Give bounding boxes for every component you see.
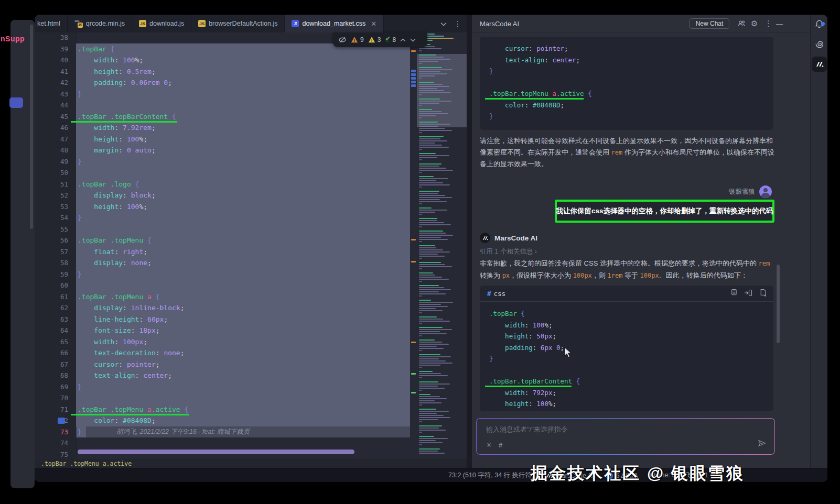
minimap-line (419, 312, 422, 313)
copy-code-icon[interactable] (729, 289, 737, 299)
next-problem-icon[interactable] (410, 38, 416, 42)
line-number: 52 (35, 190, 68, 201)
minimap-line (419, 323, 422, 324)
error-icon[interactable]: ! (351, 36, 358, 43)
tab-download.js[interactable]: JSdownload.js (132, 15, 191, 32)
code-line: } (78, 381, 82, 393)
breadcrumb[interactable]: .topBar .topMenu a.active (41, 460, 132, 467)
settings-gear-icon[interactable]: ⚙ (751, 15, 758, 32)
minimap-line (419, 419, 438, 420)
send-message-icon[interactable] (758, 439, 766, 449)
passed-check-icon[interactable]: ✔~ (385, 37, 390, 43)
line-number: 70 (35, 392, 68, 404)
minimap-line (419, 300, 431, 301)
minimap-line (419, 279, 449, 280)
minimap-line (419, 316, 437, 317)
minimap-line (419, 105, 422, 106)
code-line: } (78, 156, 82, 168)
code-editor[interactable]: 3839404142434445464748495051525354555657… (35, 32, 467, 459)
spiral-plugin-icon[interactable] (811, 39, 827, 49)
chat-scrollbar[interactable] (777, 265, 780, 343)
minimap-line (419, 365, 440, 366)
minimap-line (419, 109, 432, 110)
minimize-panel-icon[interactable]: — (776, 15, 783, 32)
minimap-line (419, 180, 436, 181)
minimap-line (419, 348, 444, 349)
code-line: font-size: 18px; (78, 325, 160, 336)
new-chat-button[interactable]: New Chat (690, 18, 729, 29)
minimap-line (419, 224, 451, 225)
minimap-line (419, 390, 422, 391)
chat-input[interactable] (485, 423, 718, 435)
background-window-scrollbar[interactable] (30, 25, 33, 229)
minimap-line (419, 432, 422, 433)
minimap-line (419, 75, 435, 76)
code-line: float: right; (78, 246, 147, 258)
minimap-line (419, 50, 422, 51)
commands-sparkle-icon[interactable]: ✳ (486, 441, 492, 449)
tab-download_market.css[interactable]: 3download_market.css✕ (285, 15, 384, 32)
minimap-line (419, 277, 442, 278)
marscode-logo-icon (480, 233, 490, 243)
caret-position-status[interactable]: 73:2 (510 字符, 34 行 换行符) (448, 471, 534, 480)
tab-more-menu-icon[interactable]: ⋮ (454, 19, 461, 28)
panel-divider[interactable] (467, 15, 472, 468)
close-tab-icon[interactable]: ✕ (371, 20, 376, 28)
minimap-line (419, 61, 438, 62)
line-number: 71 (35, 404, 68, 415)
minimap-line (419, 413, 437, 414)
line-number: 46 (35, 122, 68, 134)
minimap-line (419, 400, 435, 401)
minimap-line (419, 356, 451, 357)
editor-horizontal-scrollbar[interactable] (78, 450, 354, 454)
insert-code-icon[interactable] (744, 289, 752, 299)
tab-qrcode.min.js[interactable]: 101JSqrcode.min.js (68, 15, 132, 32)
minimap[interactable] (417, 32, 467, 459)
chat-code-line: color: #08408D; (489, 100, 564, 111)
minimap-line (419, 149, 422, 150)
stripe-mark (411, 342, 416, 343)
minimap-line (419, 409, 436, 410)
minimap-line (419, 375, 448, 376)
minimap-line (419, 404, 422, 406)
minimap-line (419, 428, 439, 429)
tab-overflow-chevron-icon[interactable] (440, 19, 447, 28)
profile-icon[interactable] (737, 15, 746, 32)
prev-problem-icon[interactable] (400, 38, 406, 42)
tab-ket.html[interactable]: ket.html (35, 15, 68, 32)
minimap-line (419, 440, 436, 441)
line-number: 53 (35, 201, 68, 213)
tab-browserDefaultAction.js[interactable]: JSbrowserDefaultAction.js (191, 15, 285, 32)
new-file-code-icon[interactable] (759, 289, 767, 299)
selector-match-underline (71, 414, 189, 415)
minimap-line (419, 304, 441, 305)
minimap-line (419, 239, 448, 240)
minimap-line (419, 126, 438, 127)
minimap-line (419, 117, 422, 118)
minimap-line (419, 59, 450, 60)
chat-code-line: text-align: center; (489, 54, 580, 66)
warning-icon[interactable]: ! (368, 36, 375, 43)
error-stripe[interactable] (410, 32, 417, 459)
minimap-line (419, 220, 437, 221)
stripe-mark (411, 50, 416, 52)
line-number: 64 (35, 325, 68, 336)
highlighting-off-icon[interactable] (338, 36, 347, 44)
code-line: cursor: pointer; (78, 359, 160, 370)
minimap-line (419, 384, 450, 385)
panel-more-icon[interactable]: ⋮ (764, 15, 772, 32)
minimap-line (419, 140, 447, 141)
marscode-activity-icon[interactable] (812, 57, 827, 72)
notifications-bell-icon[interactable] (811, 19, 827, 29)
inspection-widget: ! 9 ! 3 ✔~ 8 (333, 32, 427, 47)
assistant-reply-text: 非常抱歉，我之前的回答没有保留 CSS 选择器中的空格。根据您的要求，将选中的代… (480, 258, 776, 281)
svg-text:!: ! (371, 38, 372, 43)
minimap-line (419, 94, 422, 95)
minimap-line (419, 233, 446, 234)
context-hash-icon[interactable]: # (499, 441, 502, 449)
assistant-name: MarsCode AI (494, 234, 537, 242)
minimap-line (419, 92, 451, 93)
line-number: 55 (35, 224, 68, 235)
reference-link[interactable]: 引用 1 个相关信息 › (480, 247, 537, 256)
line-number: 63 (35, 314, 68, 325)
